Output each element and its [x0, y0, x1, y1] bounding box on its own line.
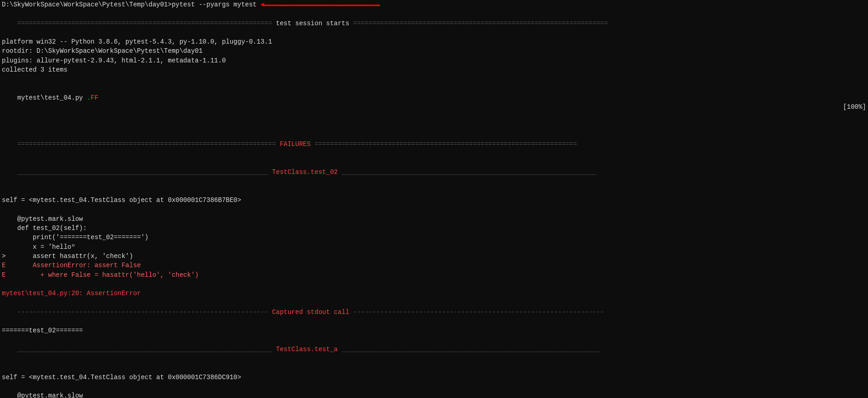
- blank-5: [0, 280, 868, 289]
- sep-text: test session starts: [272, 20, 353, 27]
- blank-6: [0, 364, 868, 373]
- blank-4: [0, 205, 868, 214]
- failures-separator: ========================================…: [0, 130, 868, 158]
- rootdir-info: rootdir: D:\SkyWorkSpace\WorkSpace\Pytes…: [0, 46, 868, 56]
- testa-separator: ________________________________________…: [0, 336, 868, 364]
- command-line: D:\SkyWorkSpace\WorkSpace\Pytest\Temp\da…: [0, 0, 868, 9]
- session-start-separator: ========================================…: [0, 9, 868, 37]
- percent-complete: [100%]: [843, 102, 866, 112]
- location-02: mytest\test_04.py:20: AssertionError: [0, 289, 868, 298]
- test02-separator: ________________________________________…: [0, 158, 868, 186]
- stdout-sep-02: ----------------------------------------…: [0, 298, 868, 326]
- plugins-info: plugins: allure-pytest-2.9.43, html-2.1.…: [0, 56, 868, 65]
- test-fail-ff: FF: [91, 94, 98, 101]
- self-a: self = <mytest.test_04.TestClass object …: [0, 373, 868, 382]
- red-arrow-icon: ◀▬▬▬▬▬▬▬▬▬▬▬▬▬▬▬▬▬▬▬▬▬▬▬▬▬▬▬▬▬▬: [261, 0, 380, 9]
- x-hello: x = ʼhelloº: [0, 242, 868, 252]
- test-path: mytest\test_04.py: [17, 94, 87, 101]
- blank-2: [0, 121, 868, 130]
- assert-hasattr-line: > assert hasattr(x, 'check'): [0, 252, 868, 261]
- blank-3: [0, 186, 868, 196]
- error-where: E + where False = hasattr('hello', 'chec…: [0, 270, 868, 280]
- test-pass-dot: .: [87, 94, 91, 101]
- def-test02: def test_02(self):: [0, 224, 868, 233]
- print-02: print('=======test_02======='): [0, 233, 868, 242]
- sep-left: ========================================…: [17, 20, 272, 27]
- mark-slow-a: @pytest.mark.slow: [0, 391, 868, 398]
- platform-info: platform win32 -- Python 3.8.6, pytest-5…: [0, 37, 868, 46]
- self-02: self = <mytest.test_04.TestClass object …: [0, 196, 868, 205]
- sep-right: ========================================…: [353, 20, 608, 27]
- collected-info: collected 3 items: [0, 65, 868, 74]
- blank-1: [0, 74, 868, 84]
- mark-slow-02: @pytest.mark.slow: [0, 214, 868, 224]
- terminal-window: D:\SkyWorkSpace\WorkSpace\Pytest\Temp\da…: [0, 0, 868, 398]
- stdout-02-output: =======test_02=======: [0, 326, 868, 335]
- test-result-line: mytest\test_04.py .FF [100%]: [0, 84, 868, 121]
- blank-7: [0, 382, 868, 391]
- error-assertionerror: E AssertionError: assert False: [0, 261, 868, 270]
- command-text: D:\SkyWorkSpace\WorkSpace\Pytest\Temp\da…: [2, 0, 257, 9]
